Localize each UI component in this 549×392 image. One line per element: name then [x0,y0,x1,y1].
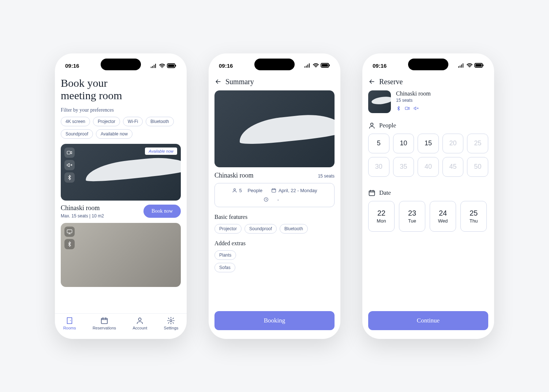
svg-point-9 [170,320,172,322]
video-icon [405,106,410,112]
people-option-50: 50 [467,157,488,177]
status-time: 09:16 [65,63,79,69]
extra-chip: Sofas [214,263,235,272]
battery-icon [474,63,484,69]
filter-chip-projector[interactable]: Projector [93,117,120,126]
device-notch [254,59,295,70]
basic-features-title: Basic features [214,214,335,220]
user-icon [232,188,237,193]
tab-label: Rooms [63,326,76,330]
tab-rooms[interactable]: Rooms [63,317,76,330]
people-option-20: 20 [442,134,464,153]
svg-rect-3 [175,65,176,67]
cellular-signal-icon [458,63,465,69]
detail-time: - [264,197,285,202]
svg-rect-19 [475,64,482,67]
people-option-10[interactable]: 10 [393,134,414,153]
people-section-header: People [368,122,488,129]
page-title: Reserve [379,78,403,86]
calendar-icon [368,189,376,197]
screen-summary: 09:16 Summary Chinaski room 15 seats 5 P… [209,53,340,339]
date-option-22[interactable]: 22Mon [368,201,395,232]
room-name: Chinaski room [214,172,254,179]
svg-point-8 [139,318,141,320]
filter-chip-wifi[interactable]: Wi-Fi [123,117,143,126]
battery-icon [167,63,176,68]
date-option-23[interactable]: 23Tue [399,201,425,232]
svg-rect-2 [168,64,174,67]
svg-rect-5 [67,229,72,233]
mute-icon [64,160,75,170]
room-name: Chinaski room [396,90,431,97]
gear-icon [167,317,175,325]
section-title: People [379,122,396,129]
booking-details: 5 People April, 22 - Monday - [214,183,335,207]
selected-room-summary: Chinaski room 15 seats [368,90,488,113]
svg-point-22 [371,123,373,126]
svg-rect-21 [405,107,408,109]
svg-rect-23 [369,191,375,195]
filter-chip-available[interactable]: Available now [96,129,132,139]
wifi-icon [467,63,473,69]
filter-chip-soundproof[interactable]: Soundproof [61,129,93,139]
tab-account[interactable]: Account [132,317,147,330]
basic-features: Projector Soundproof Bluetooth [214,224,335,234]
tab-label: Settings [164,326,179,330]
filter-chip-bluetooth[interactable]: Bluetooth [146,117,174,126]
room-card-second[interactable] [61,223,181,287]
date-option-25[interactable]: 25Thu [460,201,487,232]
svg-rect-20 [483,64,483,66]
status-indicators [151,63,176,68]
svg-point-14 [234,188,235,190]
date-options[interactable]: 22Mon23Tue24Wed25Thu [368,201,488,232]
tab-settings[interactable]: Settings [164,317,179,330]
screen-rooms: 09:16 Book yourmeeting room Filter by yo… [55,53,187,339]
back-button[interactable] [214,78,222,85]
people-option-5[interactable]: 5 [368,134,389,153]
status-time: 09:16 [219,63,233,69]
detail-people: 5 People [232,188,262,193]
date-option-24[interactable]: 24Wed [430,201,456,232]
room-image [61,223,181,287]
room-image [214,90,335,167]
status-indicators [458,63,484,69]
bluetooth-icon [64,239,75,249]
tab-reservations[interactable]: Reservations [93,317,116,330]
cellular-signal-icon [305,63,311,69]
seat-count: 15 seats [318,173,335,179]
wifi-icon [159,64,165,68]
filter-chips: 4K screen Projector Wi-Fi Bluetooth Soun… [61,117,181,139]
svg-rect-6 [67,317,72,324]
svg-point-17 [469,67,470,68]
screen-reserve: 09:16 Reserve Chinaski room 15 seats [362,53,494,339]
svg-point-10 [315,67,316,68]
room-feature-icons [64,148,75,183]
people-option-30: 30 [368,157,389,177]
continue-button[interactable]: Continue [368,311,488,330]
tab-label: Reservations [93,326,116,330]
calendar-icon [271,188,276,193]
feature-chip: Bluetooth [280,224,308,234]
book-now-button[interactable]: Book now [143,205,181,218]
door-icon [66,317,74,325]
page-title: Book yourmeeting room [61,77,181,102]
room-feature-icons [64,227,75,249]
booking-button[interactable]: Booking [214,311,335,330]
tab-bar: Rooms Reservations Account Settings [55,313,187,339]
extras-group: Sofas [214,263,335,272]
bluetooth-icon [396,106,401,112]
room-image: Available now [61,144,181,201]
page-title: Summary [225,78,254,86]
seat-count: 15 seats [396,98,431,103]
available-badge: Available now [145,148,177,155]
people-option-15[interactable]: 15 [418,134,439,153]
extra-chip: Plants [214,250,236,260]
back-button[interactable] [368,78,376,85]
room-thumbnail [368,90,391,113]
svg-rect-4 [67,151,70,154]
status-indicators [305,63,330,69]
room-card-chinaski[interactable]: Available now Chinaski room Max. 15 seat… [61,144,181,219]
filter-chip-4k[interactable]: 4K screen [61,117,90,126]
tab-label: Account [132,326,147,330]
date-section-header: Date [368,189,488,197]
